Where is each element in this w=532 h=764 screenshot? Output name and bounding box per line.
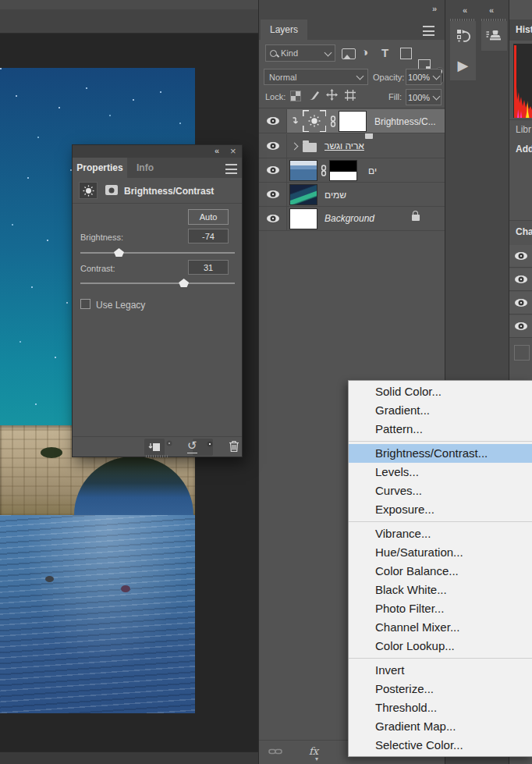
layer-mask-thumbnail[interactable] <box>329 160 357 181</box>
layer-thumbnail[interactable] <box>289 184 317 205</box>
menu-item-invert[interactable]: Invert <box>349 661 532 680</box>
trash-icon[interactable] <box>229 440 239 453</box>
menu-item-threshold[interactable]: Threshold... <box>349 698 532 717</box>
tool-presets-panel-button[interactable] <box>481 21 507 51</box>
fx-caret-icon: ▾ <box>315 756 318 762</box>
history-panel-button[interactable] <box>450 21 476 51</box>
eye-icon <box>267 142 279 150</box>
contrast-input[interactable]: 31 <box>188 260 229 275</box>
lock-artboard-icon[interactable] <box>345 90 356 101</box>
menu-item-posterize[interactable]: Posterize... <box>349 680 532 698</box>
collapse-panel-icon[interactable]: « <box>215 147 219 155</box>
menu-item-curves[interactable]: Curves... <box>349 481 532 500</box>
channel-row[interactable] <box>509 245 532 268</box>
lock-transparency-icon[interactable] <box>290 91 301 101</box>
layer-visibility-toggle[interactable] <box>259 183 287 206</box>
panel-menu-icon[interactable] <box>225 164 237 174</box>
tab-info[interactable]: Info <box>137 162 154 173</box>
search-icon <box>270 50 277 57</box>
mask-link-icon[interactable] <box>329 115 337 127</box>
contrast-slider-track[interactable] <box>80 283 235 284</box>
menu-item-exposure[interactable]: Exposure... <box>349 500 532 519</box>
filter-kind-select[interactable]: Kind <box>265 44 335 62</box>
fill-label: Fill: <box>388 92 402 101</box>
brightness-slider-thumb[interactable] <box>114 248 124 257</box>
filter-shape-layers-icon[interactable] <box>400 48 412 59</box>
filter-type-layers-icon[interactable]: T <box>381 46 388 59</box>
menu-item-gradient[interactable]: Gradient... <box>349 401 532 420</box>
menu-item-gradient-map[interactable]: Gradient Map... <box>349 717 532 736</box>
layer-thumbnail[interactable] <box>289 160 317 181</box>
channel-row[interactable] <box>509 292 532 314</box>
tab-properties[interactable]: Properties <box>73 158 127 178</box>
menu-item-color-lookup[interactable]: Color Lookup... <box>349 637 532 656</box>
layer-row-brightness-contrast[interactable]: Brightness/C... <box>259 109 445 133</box>
close-icon[interactable]: × <box>230 146 236 156</box>
menu-item-solid-color[interactable]: Solid Color... <box>349 382 532 401</box>
layer-row-background[interactable]: Background <box>259 207 445 231</box>
properties-titlebar[interactable]: « × <box>73 145 242 158</box>
adjustment-type-tile <box>79 182 98 199</box>
menu-item-vibrance[interactable]: Vibrance... <box>349 524 532 543</box>
mask-link-icon[interactable] <box>320 165 328 176</box>
reset-icon[interactable]: ↺ <box>187 439 197 453</box>
panel-menu-icon[interactable] <box>423 26 434 36</box>
mask-icon[interactable] <box>105 185 118 195</box>
filter-adjustment-layers-icon[interactable]: ◑ <box>361 46 368 58</box>
layer-row-sea[interactable]: ים <box>259 158 445 183</box>
opacity-input[interactable]: 100% <box>406 69 442 85</box>
filter-pixel-layers-icon[interactable] <box>342 48 356 59</box>
layer-name[interactable]: Background <box>325 213 374 224</box>
layer-mask-thumbnail[interactable] <box>339 111 367 132</box>
layer-name[interactable]: שמים <box>325 190 346 201</box>
menu-item-black-white[interactable]: Black White... <box>349 581 532 599</box>
layer-row-sky[interactable]: שמים <box>259 183 445 207</box>
libraries-panel-title[interactable]: Libr <box>516 124 531 135</box>
contrast-label: Contrast: <box>80 264 115 273</box>
collapse-dock-icon[interactable]: « <box>463 6 467 15</box>
menu-item-pattern[interactable]: Pattern... <box>349 420 532 439</box>
channel-row[interactable] <box>509 268 532 291</box>
layer-name[interactable]: ים <box>368 165 377 176</box>
history-icon <box>456 29 471 43</box>
menu-item-hue-saturation[interactable]: Hue/Saturation... <box>349 543 532 562</box>
expand-dock-icon[interactable]: » <box>432 5 437 13</box>
brightness-slider-track[interactable] <box>80 252 235 254</box>
menu-item-channel-mixer[interactable]: Channel Mixer... <box>349 618 532 637</box>
menu-item-levels[interactable]: Levels... <box>349 463 532 481</box>
collapse-dock-icon[interactable]: « <box>489 6 494 15</box>
layer-visibility-toggle[interactable] <box>259 109 287 133</box>
link-layers-icon[interactable] <box>268 748 282 755</box>
auto-button[interactable]: Auto <box>188 209 229 225</box>
layer-name[interactable]: אריה וגשר <box>325 140 364 151</box>
group-expand-chevron-icon[interactable] <box>291 143 299 151</box>
sea-water <box>0 515 195 713</box>
menu-item-photo-filter[interactable]: Photo Filter... <box>349 599 532 618</box>
clip-to-layer-icon[interactable] <box>148 442 161 453</box>
brightness-input[interactable]: -74 <box>188 229 229 243</box>
lock-position-icon[interactable] <box>326 89 338 101</box>
panel-dock-header: » <box>259 0 445 20</box>
background-lock-icon[interactable] <box>412 215 420 221</box>
layer-name[interactable]: Brightness/C... <box>374 116 436 127</box>
eye-icon <box>267 117 279 125</box>
blend-mode-value: Normal <box>269 73 296 82</box>
layer-visibility-toggle[interactable] <box>259 158 287 182</box>
actions-panel-button[interactable]: ▶ <box>450 51 476 80</box>
layer-row-group[interactable]: אריה וגשר <box>259 134 445 158</box>
channel-row[interactable] <box>509 315 532 338</box>
tab-layers[interactable]: Layers <box>261 20 307 40</box>
use-legacy-checkbox[interactable] <box>80 299 90 309</box>
layer-visibility-toggle[interactable] <box>259 207 287 230</box>
contrast-slider-thumb[interactable] <box>179 279 189 287</box>
menu-item-color-balance[interactable]: Color Balance... <box>349 562 532 581</box>
lock-paint-brush-icon[interactable] <box>309 90 320 101</box>
status-bar <box>0 752 258 764</box>
fill-input[interactable]: 100% <box>406 89 442 105</box>
eye-icon <box>267 190 279 198</box>
layer-visibility-toggle[interactable] <box>259 134 287 158</box>
menu-item-brightness-contrast[interactable]: Brightness/Contrast... <box>349 444 532 463</box>
layer-thumbnail[interactable] <box>289 208 317 229</box>
menu-item-selective-color[interactable]: Selective Color... <box>349 736 532 755</box>
blend-mode-select[interactable]: Normal <box>264 69 368 85</box>
